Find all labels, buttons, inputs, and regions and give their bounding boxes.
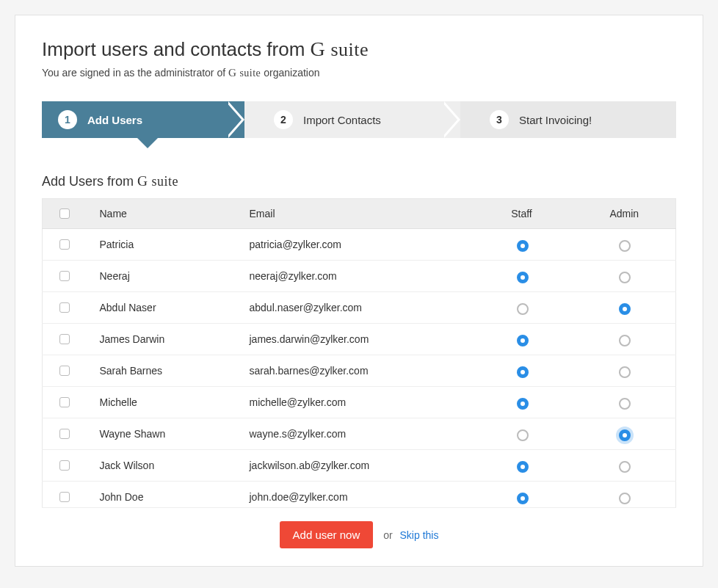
staff-radio[interactable]	[517, 461, 529, 473]
admin-radio[interactable]	[619, 429, 631, 441]
step-start-invoicing[interactable]: 3 Start Invoicing!	[460, 101, 676, 138]
row-select-checkbox[interactable]	[59, 271, 70, 281]
staff-radio[interactable]	[517, 303, 529, 315]
title-prefix: Import users and contacts from	[42, 38, 311, 60]
import-card: Import users and contacts from G suite Y…	[15, 15, 703, 567]
footer-actions: Add user now or Skip this	[42, 508, 676, 548]
table-row: Neerajneeraj@zylker.com	[43, 261, 676, 292]
row-admin-cell	[573, 387, 676, 418]
row-name: Abdul Naser	[87, 292, 241, 324]
row-name: John Doe	[87, 482, 241, 509]
active-step-indicator-icon	[137, 138, 158, 148]
row-name: Neeraj	[87, 261, 241, 292]
row-admin-cell	[573, 229, 676, 261]
staff-radio[interactable]	[517, 429, 529, 441]
row-email: abdul.naser@zylker.com	[241, 292, 471, 324]
add-user-button[interactable]: Add user now	[280, 521, 374, 548]
page-subtitle: You are signed in as the administrator o…	[42, 67, 676, 79]
users-table: Name Email Staff Admin Patriciapatricia@…	[42, 198, 676, 508]
step-label: Add Users	[87, 114, 142, 126]
table-header-row: Name Email Staff Admin	[43, 199, 676, 229]
step-import-contacts[interactable]: 2 Import Contacts	[244, 101, 460, 138]
staff-radio[interactable]	[517, 398, 529, 410]
section-title-brand: G suite	[137, 174, 178, 189]
admin-radio[interactable]	[619, 303, 631, 315]
step-label: Import Contacts	[303, 114, 381, 126]
row-admin-cell	[573, 450, 676, 482]
row-select-cell	[43, 387, 87, 418]
row-select-checkbox[interactable]	[59, 397, 70, 407]
row-admin-cell	[573, 292, 676, 324]
row-admin-cell	[573, 324, 676, 355]
row-select-cell	[43, 355, 87, 387]
row-name: Wayne Shawn	[87, 418, 241, 450]
row-name: Patricia	[87, 229, 241, 261]
col-name-header: Name	[87, 199, 241, 229]
subtitle-prefix: You are signed in as the administrator o…	[42, 67, 228, 79]
row-staff-cell	[471, 324, 573, 355]
row-staff-cell	[471, 261, 573, 292]
row-staff-cell	[471, 229, 573, 261]
row-admin-cell	[573, 482, 676, 509]
table-row: Michellemichelle@zylker.com	[43, 387, 676, 418]
select-all-header	[43, 199, 87, 229]
step-number: 1	[58, 110, 77, 129]
row-staff-cell	[471, 418, 573, 450]
admin-radio[interactable]	[619, 240, 631, 252]
row-select-checkbox[interactable]	[59, 239, 70, 250]
row-select-checkbox[interactable]	[59, 460, 70, 471]
col-staff-header: Staff	[471, 199, 573, 229]
col-admin-header: Admin	[573, 199, 676, 229]
row-select-cell	[43, 292, 87, 324]
section-title: Add Users from G suite	[42, 173, 676, 189]
users-table-wrap: Name Email Staff Admin Patriciapatricia@…	[42, 198, 676, 508]
staff-radio[interactable]	[517, 335, 529, 346]
admin-radio[interactable]	[619, 366, 631, 378]
title-brand: G suite	[311, 39, 369, 60]
row-select-checkbox[interactable]	[59, 492, 70, 502]
staff-radio[interactable]	[517, 493, 529, 504]
staff-radio[interactable]	[517, 272, 529, 283]
row-name: Jack Wilson	[87, 450, 241, 482]
select-all-checkbox[interactable]	[59, 208, 70, 219]
admin-radio[interactable]	[619, 272, 631, 283]
subtitle-suffix: organization	[261, 67, 319, 79]
admin-radio[interactable]	[619, 398, 631, 410]
col-email-header: Email	[241, 199, 471, 229]
table-row: Wayne Shawnwayne.s@zylker.com	[43, 418, 676, 450]
admin-radio[interactable]	[619, 461, 631, 473]
row-admin-cell	[573, 355, 676, 387]
row-select-checkbox[interactable]	[59, 366, 70, 376]
row-select-cell	[43, 229, 87, 261]
staff-radio[interactable]	[517, 240, 529, 252]
table-row: Jack Wilsonjackwilson.ab@zylker.com	[43, 450, 676, 482]
row-select-checkbox[interactable]	[59, 429, 70, 439]
skip-this-link[interactable]: Skip this	[400, 529, 439, 541]
row-admin-cell	[573, 261, 676, 292]
step-label: Start Invoicing!	[519, 114, 592, 126]
row-select-cell	[43, 261, 87, 292]
subtitle-brand: G suite	[228, 68, 261, 79]
row-name: James Darwin	[87, 324, 241, 355]
row-admin-cell	[573, 418, 676, 450]
staff-radio[interactable]	[517, 366, 529, 378]
admin-radio[interactable]	[619, 335, 631, 346]
row-select-cell	[43, 482, 87, 509]
table-row: Patriciapatricia@zylker.com	[43, 229, 676, 261]
row-select-checkbox[interactable]	[59, 302, 70, 313]
row-select-cell	[43, 450, 87, 482]
row-email: michelle@zylker.com	[241, 387, 471, 418]
or-label: or	[383, 529, 392, 541]
row-select-checkbox[interactable]	[59, 334, 70, 344]
row-staff-cell	[471, 387, 573, 418]
row-staff-cell	[471, 355, 573, 387]
stepper: 1 Add Users 2 Import Contacts 3 Start In…	[42, 101, 676, 138]
admin-radio[interactable]	[619, 493, 631, 504]
step-number: 3	[490, 110, 509, 129]
row-select-cell	[43, 324, 87, 355]
step-add-users[interactable]: 1 Add Users	[42, 101, 244, 138]
table-row: John Doejohn.doe@zylker.com	[43, 482, 676, 509]
row-email: jackwilson.ab@zylker.com	[241, 450, 471, 482]
row-email: wayne.s@zylker.com	[241, 418, 471, 450]
step-number: 2	[274, 110, 293, 129]
